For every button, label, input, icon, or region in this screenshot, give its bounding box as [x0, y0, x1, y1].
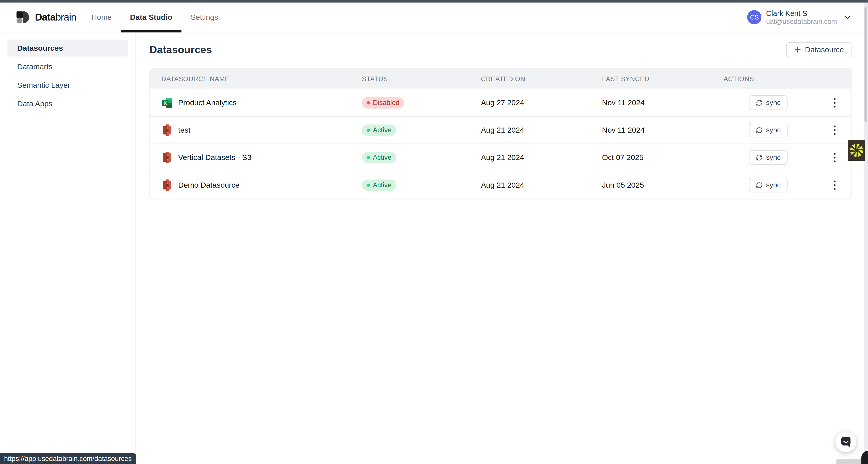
brand-wordmark: Databrain — [35, 12, 76, 23]
actions-cell: sync — [723, 150, 840, 165]
avatar: CS — [747, 10, 762, 24]
redshift-icon — [161, 124, 173, 136]
asterisk-icon — [849, 143, 864, 158]
last-synced-value: Nov 11 2024 — [602, 126, 723, 134]
table-header: DATASOURCE NAME STATUS CREATED ON LAST S… — [150, 69, 851, 89]
nav-settings[interactable]: Settings — [182, 3, 227, 32]
created-on-value: Aug 21 2024 — [481, 181, 602, 189]
redshift-icon — [161, 152, 173, 163]
created-on-value: Aug 27 2024 — [481, 98, 602, 107]
link-preview-url: https://app.usedatabrain.com/datasources — [4, 455, 132, 463]
datasource-name: test — [178, 126, 190, 134]
last-synced-value: Nov 11 2024 — [602, 98, 723, 107]
col-created-on: CREATED ON — [481, 75, 602, 83]
primary-nav: Home Data Studio Settings — [82, 3, 227, 32]
status-badge: Active — [362, 125, 397, 136]
user-info: Clark Kent S uat@usedatabrain.com — [766, 9, 837, 25]
row-menu-kebab-icon[interactable] — [830, 95, 840, 110]
sidebar: Datasources Datamarts Semantic Layer Dat… — [0, 33, 135, 464]
sync-label: sync — [766, 126, 781, 134]
brand-name-bold: Data — [35, 12, 56, 23]
status-dot-icon — [367, 184, 370, 187]
top-navbar: Databrain Home Data Studio Settings CS C… — [0, 3, 868, 32]
actions-cell: sync — [723, 123, 840, 138]
page-title: Datasources — [150, 44, 212, 56]
table-row: Vertical Datasets - S3 Active Aug 21 202… — [150, 144, 851, 171]
datasource-name: Product Analytics — [178, 98, 237, 107]
scrollbar-thumb[interactable] — [864, 7, 867, 122]
chevron-down-icon[interactable] — [844, 13, 852, 21]
col-datasource-name: DATASOURCE NAME — [161, 75, 362, 83]
nav-data-studio[interactable]: Data Studio — [121, 3, 182, 32]
last-synced-value: Oct 07 2025 — [602, 153, 723, 162]
user-email: uat@usedatabrain.com — [766, 18, 837, 25]
created-on-value: Aug 21 2024 — [481, 126, 602, 134]
add-datasource-button[interactable]: Datasource — [786, 42, 851, 57]
add-datasource-label: Datasource — [805, 45, 844, 54]
window-top-edge — [0, 0, 868, 3]
page-header: Datasources Datasource — [150, 42, 851, 57]
sidebar-item-data-apps[interactable]: Data Apps — [7, 95, 128, 112]
created-on-value: Aug 21 2024 — [481, 153, 602, 162]
sync-button[interactable]: sync — [749, 95, 787, 110]
row-menu-kebab-icon[interactable] — [830, 150, 840, 165]
nav-home[interactable]: Home — [82, 3, 121, 32]
status-badge: Disabled — [362, 97, 404, 108]
col-last-synced: LAST SYNCED — [602, 75, 723, 83]
user-name: Clark Kent S — [766, 9, 837, 18]
table-row: Demo Datasource Active Aug 21 2024 Jun 0… — [150, 171, 851, 199]
side-widget-button[interactable] — [848, 140, 865, 161]
actions-cell: sync — [723, 95, 840, 110]
refresh-icon — [756, 127, 763, 134]
sync-button[interactable]: sync — [749, 178, 787, 193]
datasource-name-cell: X Product Analytics — [161, 97, 362, 108]
col-actions: ACTIONS — [723, 75, 840, 83]
link-preview-tooltip: https://app.usedatabrain.com/datasources — [0, 453, 136, 464]
status-badge: Active — [362, 152, 397, 163]
redshift-icon — [161, 179, 173, 191]
sidebar-item-datasources[interactable]: Datasources — [7, 39, 128, 57]
messenger-icon — [840, 436, 852, 448]
status-label: Active — [373, 181, 392, 189]
sync-label: sync — [766, 154, 781, 162]
status-label: Disabled — [373, 99, 400, 107]
chat-launcher-button[interactable] — [836, 431, 856, 452]
vertical-scrollbar[interactable] — [864, 3, 868, 464]
datasource-name-cell: Demo Datasource — [161, 179, 362, 191]
actions-cell: sync — [723, 177, 840, 193]
status-dot-icon — [367, 129, 370, 132]
main-content: Datasources Datasource DATASOURCE NAME S… — [135, 33, 868, 464]
col-status: STATUS — [362, 75, 481, 83]
sync-button[interactable]: sync — [749, 150, 787, 165]
datasources-table: DATASOURCE NAME STATUS CREATED ON LAST S… — [150, 68, 851, 199]
plus-icon — [794, 46, 802, 54]
refresh-icon — [756, 99, 763, 106]
databrain-logo-icon — [16, 10, 30, 24]
table-row: test Active Aug 21 2024 Nov 11 2024 sync — [150, 117, 851, 144]
datasource-name-cell: test — [161, 124, 362, 136]
excel-icon: X — [161, 97, 173, 108]
sidebar-item-datamarts[interactable]: Datamarts — [7, 58, 128, 75]
row-menu-kebab-icon[interactable] — [830, 123, 840, 138]
status-badge: Active — [362, 179, 397, 191]
sync-label: sync — [766, 99, 781, 107]
status-label: Active — [373, 154, 392, 162]
sync-label: sync — [766, 181, 781, 189]
brand-name-rest: brain — [56, 12, 76, 23]
window-bottom-bar — [836, 459, 865, 464]
refresh-icon — [756, 154, 763, 161]
last-synced-value: Jun 05 2025 — [602, 181, 723, 189]
table-row: X Product Analytics Disabled Aug 27 2024… — [150, 89, 851, 117]
datasource-name: Vertical Datasets - S3 — [178, 153, 251, 162]
datasource-name-cell: Vertical Datasets - S3 — [161, 152, 362, 163]
brand: Databrain — [16, 10, 76, 24]
status-dot-icon — [367, 101, 370, 104]
sync-button[interactable]: sync — [749, 123, 787, 137]
row-menu-kebab-icon[interactable] — [830, 177, 840, 193]
status-label: Active — [373, 126, 392, 134]
datasource-name: Demo Datasource — [178, 181, 240, 189]
user-menu[interactable]: CS Clark Kent S uat@usedatabrain.com — [747, 9, 852, 25]
status-dot-icon — [367, 156, 370, 159]
sidebar-item-semantic-layer[interactable]: Semantic Layer — [7, 76, 128, 94]
svg-text:X: X — [164, 100, 167, 106]
